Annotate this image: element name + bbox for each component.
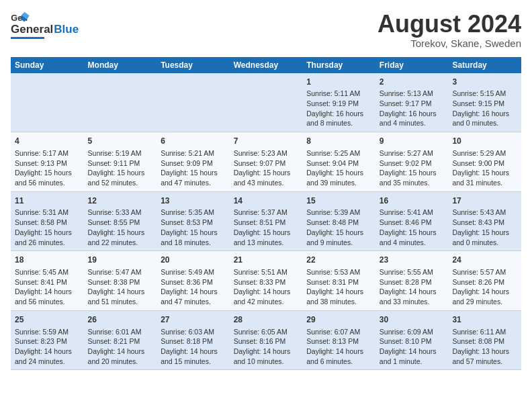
day-number: 28 (234, 314, 299, 326)
day-number: 11 (15, 195, 80, 207)
day-number: 12 (88, 195, 153, 207)
day-number: 1 (306, 77, 371, 88)
daylight: Daylight: 16 hours and 0 minutes. (452, 109, 509, 128)
day-number: 27 (161, 314, 226, 326)
calendar-week-row: 18Sunrise: 5:45 AMSunset: 8:41 PMDayligh… (11, 251, 521, 311)
calendar-cell: 22Sunrise: 5:53 AMSunset: 8:31 PMDayligh… (302, 251, 375, 311)
sunrise: Sunrise: 5:39 AM (306, 208, 360, 216)
calendar-cell: 1Sunrise: 5:11 AMSunset: 9:19 PMDaylight… (302, 73, 375, 132)
calendar-cell: 30Sunrise: 6:09 AMSunset: 8:10 PMDayligh… (375, 310, 449, 370)
sunset: Sunset: 8:33 PM (234, 278, 286, 286)
daylight: Daylight: 14 hours and 56 minutes. (15, 287, 72, 306)
logo-general: General (11, 23, 53, 36)
calendar-cell: 16Sunrise: 5:41 AMSunset: 8:46 PMDayligh… (375, 191, 449, 251)
sunset: Sunset: 8:55 PM (88, 218, 140, 226)
day-number: 3 (452, 77, 517, 88)
sunrise: Sunrise: 5:35 AM (161, 208, 214, 216)
daylight: Daylight: 15 hours and 43 minutes. (234, 169, 291, 187)
sunrise: Sunrise: 5:25 AM (306, 149, 360, 157)
location-title: Torekov, Skane, Sweden (378, 38, 521, 49)
daylight: Daylight: 14 hours and 6 minutes. (306, 347, 363, 365)
day-number: 20 (161, 255, 226, 266)
sunrise: Sunrise: 5:45 AM (15, 268, 69, 276)
sunset: Sunset: 8:41 PM (15, 278, 67, 286)
daylight: Daylight: 14 hours and 33 minutes. (380, 287, 437, 306)
calendar-cell: 2Sunrise: 5:13 AMSunset: 9:17 PMDaylight… (375, 73, 449, 132)
calendar-cell: 5Sunrise: 5:19 AMSunset: 9:11 PMDaylight… (84, 132, 157, 192)
daylight: Daylight: 14 hours and 15 minutes. (161, 347, 218, 365)
sunrise: Sunrise: 6:07 AM (306, 328, 360, 336)
calendar-cell: 20Sunrise: 5:49 AMSunset: 8:36 PMDayligh… (157, 251, 230, 311)
sunrise: Sunrise: 6:01 AM (88, 328, 142, 336)
calendar-cell: 8Sunrise: 5:25 AMSunset: 9:04 PMDaylight… (302, 132, 375, 192)
sunrise: Sunrise: 5:47 AM (88, 268, 142, 276)
calendar-cell: 3Sunrise: 5:15 AMSunset: 9:15 PMDaylight… (448, 73, 521, 132)
month-title: August 2024 (378, 11, 521, 38)
sunset: Sunset: 8:48 PM (306, 218, 359, 226)
day-number: 17 (452, 195, 517, 207)
col-header-friday: Friday (375, 57, 449, 73)
calendar-cell: 24Sunrise: 5:57 AMSunset: 8:26 PMDayligh… (448, 251, 521, 311)
sunrise: Sunrise: 5:31 AM (15, 208, 69, 216)
day-number: 7 (234, 136, 299, 147)
calendar-cell: 4Sunrise: 5:17 AMSunset: 9:13 PMDaylight… (11, 132, 84, 192)
daylight: Daylight: 15 hours and 13 minutes. (234, 228, 291, 246)
daylight: Daylight: 15 hours and 31 minutes. (452, 169, 509, 187)
sunset: Sunset: 8:53 PM (161, 218, 213, 226)
calendar-table: SundayMondayTuesdayWednesdayThursdayFrid… (11, 57, 521, 371)
sunset: Sunset: 9:19 PM (306, 99, 359, 107)
day-number: 2 (380, 77, 445, 88)
col-header-wednesday: Wednesday (230, 57, 303, 73)
day-number: 9 (380, 136, 445, 147)
calendar-cell: 27Sunrise: 6:03 AMSunset: 8:18 PMDayligh… (157, 310, 230, 370)
day-number: 22 (306, 255, 371, 266)
calendar-week-row: 1Sunrise: 5:11 AMSunset: 9:19 PMDaylight… (11, 73, 521, 132)
calendar-cell: 17Sunrise: 5:43 AMSunset: 8:43 PMDayligh… (448, 191, 521, 251)
calendar-week-row: 4Sunrise: 5:17 AMSunset: 9:13 PMDaylight… (11, 132, 521, 192)
sunset: Sunset: 8:46 PM (380, 218, 432, 226)
daylight: Daylight: 15 hours and 0 minutes. (452, 228, 509, 246)
daylight: Daylight: 14 hours and 38 minutes. (306, 287, 363, 306)
day-number: 19 (88, 255, 153, 266)
day-number: 31 (452, 314, 517, 326)
day-number: 29 (306, 314, 371, 326)
day-number: 24 (452, 255, 517, 266)
calendar-cell: 9Sunrise: 5:27 AMSunset: 9:02 PMDaylight… (375, 132, 449, 192)
day-number: 4 (15, 136, 80, 147)
daylight: Daylight: 14 hours and 47 minutes. (161, 287, 218, 306)
sunset: Sunset: 8:51 PM (234, 218, 286, 226)
day-number: 13 (161, 195, 226, 207)
daylight: Daylight: 15 hours and 18 minutes. (161, 228, 218, 246)
col-header-saturday: Saturday (448, 57, 521, 73)
day-number: 18 (15, 255, 80, 266)
sunrise: Sunrise: 5:23 AM (234, 149, 287, 157)
daylight: Daylight: 15 hours and 52 minutes. (88, 169, 145, 187)
daylight: Daylight: 15 hours and 22 minutes. (88, 228, 145, 246)
calendar-cell: 7Sunrise: 5:23 AMSunset: 9:07 PMDaylight… (230, 132, 303, 192)
daylight: Daylight: 14 hours and 42 minutes. (234, 287, 291, 306)
calendar-cell (11, 73, 84, 132)
daylight: Daylight: 13 hours and 57 minutes. (452, 347, 509, 365)
daylight: Daylight: 15 hours and 47 minutes. (161, 169, 218, 187)
day-number: 25 (15, 314, 80, 326)
daylight: Daylight: 15 hours and 56 minutes. (15, 169, 72, 187)
logo-blue: Blue (54, 23, 79, 36)
calendar-cell (84, 73, 157, 132)
calendar-cell: 10Sunrise: 5:29 AMSunset: 9:00 PMDayligh… (448, 132, 521, 192)
calendar-week-row: 25Sunrise: 5:59 AMSunset: 8:23 PMDayligh… (11, 310, 521, 370)
sunrise: Sunrise: 5:59 AM (15, 328, 69, 336)
calendar-cell: 6Sunrise: 5:21 AMSunset: 9:09 PMDaylight… (157, 132, 230, 192)
day-number: 14 (234, 195, 299, 207)
sunrise: Sunrise: 6:05 AM (234, 328, 287, 336)
sunrise: Sunrise: 5:27 AM (380, 149, 433, 157)
day-number: 15 (306, 195, 371, 207)
sunrise: Sunrise: 5:37 AM (234, 208, 287, 216)
sunrise: Sunrise: 5:51 AM (234, 268, 287, 276)
sunset: Sunset: 8:13 PM (306, 337, 359, 345)
calendar-cell: 19Sunrise: 5:47 AMSunset: 8:38 PMDayligh… (84, 251, 157, 311)
daylight: Daylight: 16 hours and 4 minutes. (380, 109, 437, 128)
daylight: Daylight: 16 hours and 8 minutes. (306, 109, 363, 128)
sunset: Sunset: 9:13 PM (15, 159, 67, 167)
day-number: 21 (234, 255, 299, 266)
day-number: 23 (380, 255, 445, 266)
